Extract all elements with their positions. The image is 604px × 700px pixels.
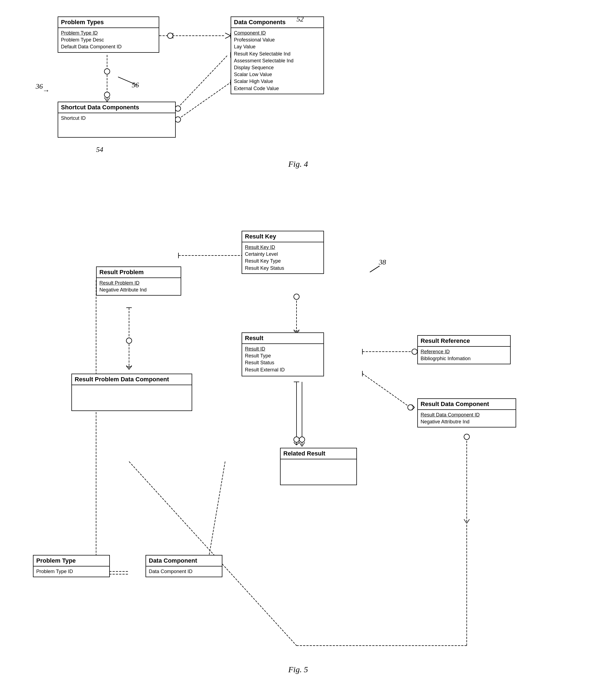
svg-line-43 [412, 407, 415, 410]
related-result-title: Related Result [281, 448, 357, 459]
data-component-title-fig5: Data Component [146, 555, 222, 567]
shortcut-data-components-title: Shortcut Data Components [58, 102, 175, 113]
result-title: Result [242, 333, 323, 344]
result-data-component-title: Result Data Component [418, 399, 516, 410]
result-problem-data-component-fields [72, 385, 192, 410]
field-result-type: Result Type [245, 352, 321, 359]
svg-line-11 [176, 55, 228, 110]
svg-line-56 [467, 519, 470, 523]
svg-point-36 [412, 349, 417, 354]
data-components-entity-fig4: Data Components Component ID Professiona… [231, 17, 324, 94]
svg-point-12 [175, 106, 181, 111]
svg-point-19 [294, 294, 299, 299]
data-components-fields-fig4: Component ID Professional Value Lay Valu… [231, 28, 323, 94]
result-key-fields: Result Key ID Certainty Level Result Key… [242, 242, 323, 273]
diagram-container: Problem Types Problem Type ID Problem Ty… [0, 0, 604, 700]
field-result-key-selectable-ind: Result Key Selectable Ind [234, 51, 321, 57]
svg-point-48 [294, 437, 299, 442]
data-component-entity-fig5: Data Component Data Component ID [146, 555, 222, 577]
result-entity: Result Result ID Result Type Result Stat… [242, 332, 324, 376]
field-external-code-value: External Code Value [234, 85, 321, 92]
field-result-key-id: Result Key ID [245, 244, 321, 251]
result-data-component-fields: Result Data Component ID Negative Attrib… [418, 410, 516, 427]
svg-line-55 [464, 519, 467, 523]
annotation-54: 54 [96, 146, 103, 154]
field-scalar-high-value: Scalar High Value [234, 78, 321, 85]
svg-point-30 [126, 338, 132, 343]
field-problem-type-id: Problem Type ID [61, 30, 156, 36]
svg-line-14 [176, 82, 231, 121]
field-reference-id: Reference ID [421, 348, 507, 355]
svg-line-39 [362, 374, 409, 407]
svg-point-10 [104, 92, 110, 98]
field-scalar-low-value: Scalar Low Value [234, 71, 321, 78]
result-key-title: Result Key [242, 231, 323, 242]
field-negative-attributre-ind: Negative Attributre Ind [421, 418, 513, 425]
problem-types-entity: Problem Types Problem Type ID Problem Ty… [58, 17, 159, 53]
annotation-36: 36 [36, 82, 43, 91]
field-problem-type-desc: Problem Type Desc [61, 36, 156, 43]
result-problem-entity: Result Problem Result Problem ID Negativ… [96, 267, 181, 296]
result-problem-data-component-title: Result Problem Data Component [72, 374, 192, 385]
svg-line-47 [296, 442, 299, 445]
svg-line-42 [412, 405, 415, 407]
svg-line-32 [129, 366, 132, 370]
result-reference-entity: Result Reference Reference ID Bibliogrph… [417, 335, 511, 364]
shortcut-data-components-entity: Shortcut Data Components Shortcut ID [58, 102, 176, 138]
svg-point-54 [464, 434, 470, 440]
svg-line-9 [107, 98, 110, 102]
related-result-fields [281, 459, 357, 484]
annotation-52: 52 [296, 15, 304, 23]
result-data-component-entity: Result Data Component Result Data Compon… [417, 398, 516, 427]
svg-line-46 [294, 442, 296, 445]
svg-line-63 [129, 461, 296, 646]
problem-type-fields-fig5: Problem Type ID [33, 567, 109, 577]
field-professional-value: Professional Value [234, 36, 321, 43]
field-result-id: Result ID [245, 346, 321, 352]
result-problem-title: Result Problem [97, 267, 181, 278]
annotation-56: 56 [132, 81, 139, 89]
data-components-title-fig4: Data Components [231, 17, 323, 28]
field-shortcut-id: Shortcut ID [61, 115, 173, 122]
field-result-key-type: Result Key Type [245, 258, 321, 265]
field-bibliographic-info: Bibliogrphic Infomation [421, 355, 507, 362]
svg-line-2 [225, 36, 231, 39]
svg-line-31 [126, 366, 129, 370]
field-certainty-level: Certainty Level [245, 251, 321, 258]
svg-point-15 [175, 117, 181, 122]
field-result-external-id: Result External ID [245, 367, 321, 373]
svg-point-52 [299, 437, 305, 442]
result-key-entity: Result Key Result Key ID Certainty Level… [242, 231, 324, 274]
field-result-data-component-id: Result Data Component ID [421, 411, 513, 418]
field-lay-value: Lay Value [234, 43, 321, 50]
shortcut-data-components-fields: Shortcut ID [58, 113, 175, 137]
result-problem-data-component-entity: Result Problem Data Component [71, 374, 192, 411]
svg-line-50 [299, 442, 302, 446]
field-result-status: Result Status [245, 359, 321, 366]
problem-types-fields: Problem Type ID Problem Type Desc Defaul… [58, 28, 159, 52]
svg-line-51 [302, 442, 305, 446]
field-result-problem-id: Result Problem ID [99, 280, 178, 286]
field-negative-attribute-ind: Negative Attribute Ind [99, 286, 178, 293]
problem-types-title: Problem Types [58, 17, 159, 28]
field-component-id: Component ID [234, 30, 321, 36]
problem-type-entity-fig5: Problem Type Problem Type ID [33, 555, 110, 577]
svg-point-41 [408, 405, 413, 410]
svg-point-4 [167, 33, 173, 39]
result-reference-fields: Reference ID Bibliogrphic Infomation [418, 347, 510, 364]
field-result-key-status: Result Key Status [245, 265, 321, 272]
problem-type-title-fig5: Problem Type [33, 555, 109, 567]
data-component-fields-fig5: Data Component ID [146, 567, 222, 577]
svg-line-1 [225, 33, 231, 36]
related-result-entity: Related Result [280, 448, 357, 485]
field-data-component-id-fig5: Data Component ID [149, 568, 219, 575]
result-reference-title: Result Reference [418, 336, 510, 347]
fig5-label: Fig. 5 [288, 665, 308, 674]
result-problem-fields: Result Problem ID Negative Attribute Ind [97, 278, 181, 295]
field-assessment-selectable-ind: Assessment Selectable Ind [234, 57, 321, 64]
field-problem-type-id-fig5: Problem Type ID [36, 568, 107, 575]
field-default-data-component-id: Default Data Component ID [61, 43, 156, 50]
field-display-sequence: Display Sequence [234, 64, 321, 71]
svg-point-7 [104, 69, 110, 74]
svg-line-8 [104, 98, 107, 102]
